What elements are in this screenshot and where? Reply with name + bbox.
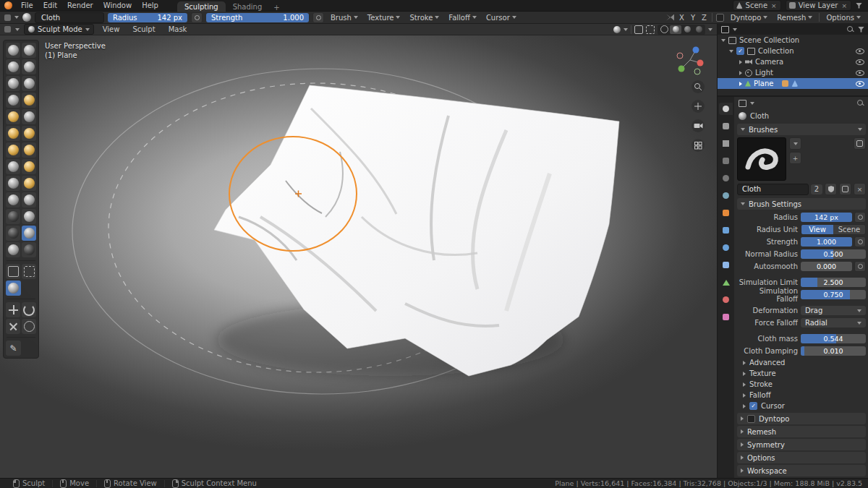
tool-measure[interactable] — [22, 319, 36, 334]
symmetry-x-toggle[interactable]: X — [678, 14, 686, 22]
section-stroke[interactable]: Stroke — [737, 379, 866, 390]
visibility-eye-icon[interactable] — [856, 70, 864, 76]
section-falloff[interactable]: Falloff — [737, 390, 866, 401]
fake-user-shield-icon[interactable] — [825, 183, 837, 195]
tab-object[interactable] — [719, 207, 733, 219]
simulation-falloff-slider[interactable]: 0.750 — [801, 290, 866, 299]
brush-draw-sharp[interactable] — [22, 43, 36, 58]
brush-nudge[interactable] — [6, 209, 20, 224]
brush-clay-thumb[interactable] — [6, 76, 20, 91]
visibility-eye-icon[interactable] — [856, 81, 864, 87]
outliner-row-collection[interactable]: ✓ Collection — [718, 46, 868, 56]
symmetry-y-toggle[interactable]: Y — [689, 14, 697, 22]
collection-checkbox[interactable]: ✓ — [736, 47, 744, 55]
brush-mask[interactable] — [22, 242, 36, 257]
viewport-canvas[interactable]: User Perspective (1) Plane — [0, 35, 717, 478]
remesh-menu[interactable]: Remesh — [774, 14, 815, 22]
dyntopo-panel-checkbox[interactable] — [747, 415, 755, 423]
brushes-panel-header[interactable]: Brushes — [737, 124, 866, 135]
view-layer-selector[interactable]: View Layer × — [786, 0, 851, 11]
normal-radius-slider[interactable]: 0.500 — [801, 249, 866, 259]
properties-editor-icon[interactable] — [739, 100, 746, 107]
outliner-row-plane[interactable]: Plane — [718, 78, 868, 89]
options-menu[interactable]: Options — [823, 14, 864, 22]
outliner-row-light[interactable]: Light — [718, 67, 868, 78]
gizmos-dropdown-icon[interactable] — [613, 26, 621, 33]
expand-icon[interactable] — [739, 60, 742, 64]
brush-cloth[interactable] — [22, 226, 36, 241]
tab-view-layer[interactable] — [719, 155, 733, 167]
panel-options-icon[interactable] — [854, 137, 866, 150]
xray-toggle-icon[interactable] — [646, 25, 655, 34]
duplicate-icon[interactable] — [839, 183, 851, 195]
autosmooth-slider[interactable]: 0.000 — [801, 262, 852, 271]
force-falloff-dropdown[interactable]: Radial — [801, 318, 866, 328]
radius-slider[interactable]: 142 px — [801, 213, 852, 222]
brush-simplify[interactable] — [6, 242, 20, 257]
panel-remesh[interactable]: Remesh — [737, 426, 866, 437]
tab-modifiers[interactable] — [719, 224, 733, 236]
dyntopo-checkbox[interactable] — [716, 14, 724, 22]
brush-layer[interactable] — [22, 76, 36, 91]
filter-icon[interactable] — [858, 27, 864, 33]
brush-pose[interactable] — [22, 192, 36, 207]
filter-icon[interactable] — [856, 3, 862, 9]
stroke-menu[interactable]: Stroke — [407, 14, 442, 22]
pan-icon[interactable] — [692, 100, 705, 113]
tab-output[interactable] — [719, 137, 733, 150]
brush-slide-relax[interactable] — [6, 226, 20, 241]
tool-transform[interactable] — [6, 319, 20, 334]
brush-elastic-deform[interactable] — [6, 176, 20, 191]
panel-options[interactable]: Options — [737, 452, 866, 463]
active-brush-icon[interactable] — [22, 13, 31, 22]
brush-datablock-name[interactable]: Cloth — [737, 184, 809, 195]
brush-rotate[interactable] — [22, 209, 36, 224]
strength-pressure-icon[interactable] — [854, 236, 866, 247]
viewport-editor-icon[interactable] — [4, 26, 11, 33]
autosmooth-pressure-icon[interactable] — [854, 261, 866, 272]
browse-brush-icon[interactable] — [789, 137, 801, 150]
brush-grab[interactable] — [22, 159, 36, 174]
brush-pinch[interactable] — [6, 159, 20, 174]
editor-type-icon[interactable] — [4, 14, 11, 21]
add-workspace-button[interactable]: + — [269, 4, 284, 12]
menu-render[interactable]: Render — [63, 0, 98, 12]
users-count[interactable]: 2 — [811, 184, 822, 194]
tab-texture[interactable] — [719, 311, 733, 323]
tool-annotate[interactable]: ✎ — [6, 341, 21, 356]
tab-tool[interactable] — [719, 103, 733, 115]
tab-sculpting[interactable]: Sculpting — [177, 1, 226, 12]
tab-scene[interactable] — [719, 172, 733, 184]
tab-shading[interactable]: Shading — [226, 1, 270, 12]
outliner-row-camera[interactable]: Camera — [718, 56, 868, 67]
visibility-eye-icon[interactable] — [856, 59, 864, 65]
radius-slider[interactable]: Radius 142 px — [108, 13, 187, 22]
brush-menu[interactable]: Brush — [328, 14, 361, 22]
cloth-mass-slider[interactable]: 0.544 — [801, 334, 866, 343]
tab-material[interactable] — [719, 294, 733, 306]
tab-world[interactable] — [719, 189, 733, 202]
shading-rendered-icon[interactable] — [693, 25, 705, 34]
brush-flatten[interactable] — [6, 126, 20, 141]
brush-settings-header[interactable]: Brush Settings — [737, 198, 866, 210]
tool-mesh-filter[interactable] — [6, 281, 21, 296]
strength-slider[interactable]: 1.000 — [801, 237, 852, 247]
camera-view-icon[interactable] — [692, 119, 705, 132]
outliner-editor-icon[interactable] — [721, 26, 729, 33]
cursor-checkbox[interactable]: ✓ — [749, 402, 757, 410]
outliner-row-scene-collection[interactable]: Scene Collection — [718, 35, 868, 46]
radius-unit-scene[interactable]: Scene — [833, 225, 865, 234]
panel-symmetry[interactable]: Symmetry — [737, 439, 866, 450]
scene-clear-icon[interactable]: × — [770, 2, 778, 9]
menu-mask[interactable]: Mask — [164, 24, 192, 35]
menu-window[interactable]: Window — [99, 0, 136, 12]
shading-wireframe-icon[interactable] — [658, 25, 670, 34]
radius-unit-view[interactable]: View — [801, 225, 833, 234]
visibility-eye-icon[interactable] — [856, 48, 864, 54]
expand-icon[interactable] — [729, 50, 733, 53]
brush-thumb[interactable] — [6, 192, 20, 207]
shading-material-icon[interactable] — [681, 25, 693, 34]
panel-dyntopo[interactable]: Dyntopo — [737, 413, 866, 424]
falloff-menu[interactable]: Falloff — [446, 14, 480, 22]
panel-workspace[interactable]: Workspace — [737, 465, 866, 476]
